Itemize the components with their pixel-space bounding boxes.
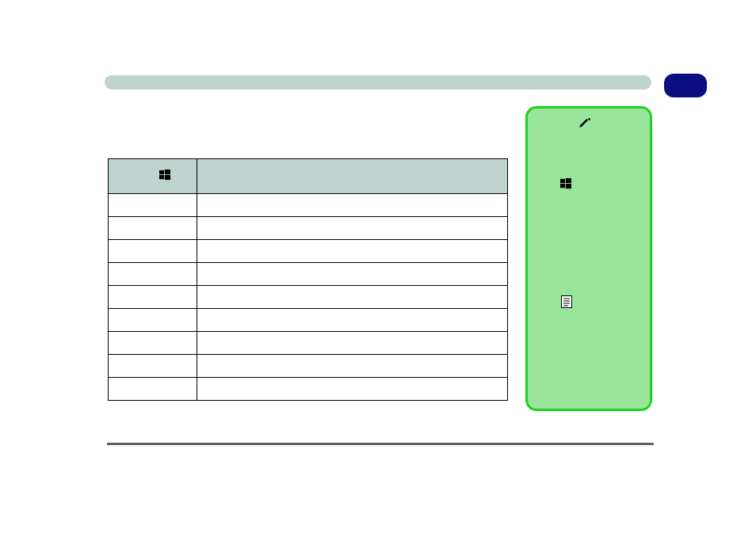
table-header-desc — [197, 159, 508, 194]
svg-rect-0 — [560, 179, 565, 183]
cell-desc — [197, 194, 508, 217]
svg-rect-11 — [159, 175, 164, 179]
cell-key — [109, 217, 197, 240]
page-badge — [664, 74, 707, 97]
table-row — [109, 286, 508, 309]
cell-desc — [197, 240, 508, 263]
table-row — [109, 355, 508, 378]
table-row — [109, 332, 508, 355]
svg-rect-9 — [159, 169, 164, 173]
table-header-key — [109, 159, 197, 194]
cell-key — [109, 194, 197, 217]
cell-key — [109, 309, 197, 332]
sidebar-note — [525, 106, 652, 411]
cell-key — [109, 355, 197, 378]
svg-rect-2 — [560, 184, 565, 188]
cell-desc — [197, 217, 508, 240]
table-row — [109, 217, 508, 240]
table-row — [109, 378, 508, 401]
svg-rect-3 — [566, 184, 571, 188]
svg-rect-12 — [165, 175, 170, 180]
table-row — [109, 240, 508, 263]
cell-key — [109, 378, 197, 401]
cell-key — [109, 263, 197, 286]
cell-key — [109, 240, 197, 263]
cell-desc — [197, 263, 508, 286]
header-bar — [105, 75, 651, 89]
cell-desc — [197, 355, 508, 378]
windows-icon — [159, 169, 170, 181]
cell-desc — [197, 309, 508, 332]
table-row — [109, 194, 508, 217]
table-row — [109, 263, 508, 286]
pen-icon — [578, 115, 592, 129]
windows-icon — [560, 178, 571, 189]
svg-rect-10 — [165, 169, 170, 174]
svg-rect-1 — [566, 178, 571, 183]
cell-desc — [197, 286, 508, 309]
cell-key — [109, 286, 197, 309]
table-row — [109, 309, 508, 332]
cell-desc — [197, 332, 508, 355]
cell-desc — [197, 378, 508, 401]
cell-key — [109, 332, 197, 355]
document-icon — [561, 295, 572, 308]
shortcuts-table — [108, 158, 508, 401]
footer-rule — [107, 443, 654, 445]
